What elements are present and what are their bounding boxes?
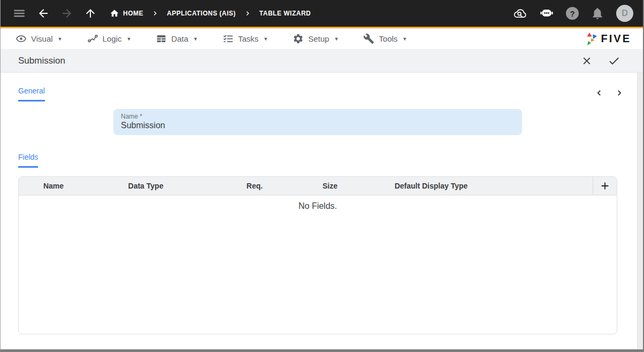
eye-icon: [16, 33, 27, 44]
general-tab-row: General: [18, 87, 617, 101]
top-navigation-bar: HOME APPLICATIONS (AIS) TABLE WIZARD: [1, 0, 643, 27]
data-table-icon: [156, 33, 167, 44]
caret-down-icon: ▼: [263, 36, 268, 42]
menu-tasks[interactable]: Tasks ▼: [223, 33, 268, 44]
column-header-name: Name: [19, 177, 88, 195]
caret-down-icon: ▼: [193, 36, 198, 42]
menu-label: Visual: [31, 34, 53, 43]
record-title-bar: Submission: [1, 50, 643, 73]
app-window: HOME APPLICATIONS (AIS) TABLE WIZARD: [0, 0, 644, 352]
menu-data[interactable]: Data ▼: [156, 33, 198, 44]
user-avatar[interactable]: D: [616, 5, 633, 22]
breadcrumb: HOME APPLICATIONS (AIS) TABLE WIZARD: [110, 9, 311, 18]
caret-down-icon: ▼: [58, 36, 63, 42]
menu-label: Tools: [379, 34, 397, 43]
fields-table-body: No Fields.: [19, 195, 617, 334]
caret-down-icon: ▼: [126, 36, 131, 42]
breadcrumb-label: APPLICATIONS (AIS): [167, 10, 236, 17]
menu-items: Visual ▼ Logic ▼ Data ▼: [16, 33, 407, 44]
chevron-right-icon[interactable]: [614, 88, 625, 98]
breadcrumb-label: HOME: [123, 10, 143, 17]
fields-section: Fields Name Data Type Req. Size Default …: [18, 152, 617, 334]
fields-table: Name Data Type Req. Size Default Display…: [18, 176, 617, 334]
column-header-spacer: [508, 177, 593, 195]
caret-down-icon: ▼: [402, 36, 407, 42]
help-icon[interactable]: ?: [566, 7, 579, 20]
caret-down-icon: ▼: [334, 36, 339, 42]
vertical-scrollbar[interactable]: [637, 73, 643, 349]
topbar-right-icons: ? D: [512, 5, 633, 22]
menu-label: Setup: [308, 34, 329, 43]
name-field-row: Name *: [113, 109, 522, 135]
close-icon[interactable]: [581, 55, 593, 67]
menu-label: Tasks: [238, 34, 258, 43]
tasks-checklist-icon: [223, 33, 234, 44]
hamburger-menu-icon[interactable]: [12, 6, 26, 20]
record-pager: [594, 88, 625, 98]
menu-label: Data: [171, 34, 188, 43]
breadcrumb-home[interactable]: HOME: [110, 9, 143, 18]
tools-wrench-icon: [363, 33, 374, 44]
brand-text: FIVE: [601, 33, 631, 45]
record-form: General Name * Fields: [1, 73, 643, 334]
chevron-right-icon: [151, 9, 159, 18]
breadcrumb-table-wizard[interactable]: TABLE WIZARD: [259, 10, 311, 17]
logic-flow-icon: [87, 33, 98, 44]
breadcrumb-label: TABLE WIZARD: [259, 10, 311, 17]
notifications-bell-icon[interactable]: [591, 6, 604, 20]
home-icon: [110, 9, 119, 18]
tab-fields[interactable]: Fields: [18, 153, 38, 168]
name-input[interactable]: [121, 121, 515, 130]
fields-table-header: Name Data Type Req. Size Default Display…: [19, 177, 617, 195]
five-brand-logo: FIVE: [584, 32, 631, 46]
gear-icon: [293, 33, 304, 44]
menu-setup[interactable]: Setup ▼: [293, 33, 339, 44]
menu-label: Logic: [103, 34, 122, 43]
main-content: General Name * Fields: [1, 73, 643, 349]
column-header-default-display-type: Default Display Type: [354, 177, 508, 195]
assistant-bot-icon[interactable]: [539, 6, 554, 21]
up-arrow-icon[interactable]: [84, 7, 97, 20]
name-field-label: Name *: [121, 113, 515, 120]
page-title: Submission: [18, 56, 65, 66]
menu-visual[interactable]: Visual ▼: [16, 33, 63, 44]
menu-tools[interactable]: Tools ▼: [363, 33, 407, 44]
menu-bar: Visual ▼ Logic ▼ Data ▼: [1, 28, 643, 50]
five-pinwheel-icon: [584, 32, 597, 46]
column-header-req: Req.: [203, 177, 306, 195]
chevron-right-icon: [243, 9, 252, 18]
add-field-button[interactable]: [593, 177, 617, 195]
menu-logic[interactable]: Logic ▼: [87, 33, 132, 44]
empty-message: No Fields.: [298, 201, 337, 211]
help-glyph: ?: [570, 9, 574, 18]
forward-arrow-icon[interactable]: [60, 7, 73, 20]
name-field[interactable]: Name *: [113, 109, 522, 135]
breadcrumb-applications[interactable]: APPLICATIONS (AIS): [167, 10, 236, 17]
nav-icon-group: [12, 6, 97, 20]
cloud-search-icon[interactable]: [512, 6, 527, 21]
column-header-data-type: Data Type: [88, 177, 203, 195]
column-header-size: Size: [306, 177, 354, 195]
tab-general[interactable]: General: [18, 87, 45, 101]
save-check-icon[interactable]: [608, 54, 620, 67]
chevron-left-icon[interactable]: [594, 88, 604, 98]
record-actions: [581, 54, 620, 67]
back-arrow-icon[interactable]: [37, 7, 50, 20]
avatar-initial: D: [622, 9, 628, 18]
